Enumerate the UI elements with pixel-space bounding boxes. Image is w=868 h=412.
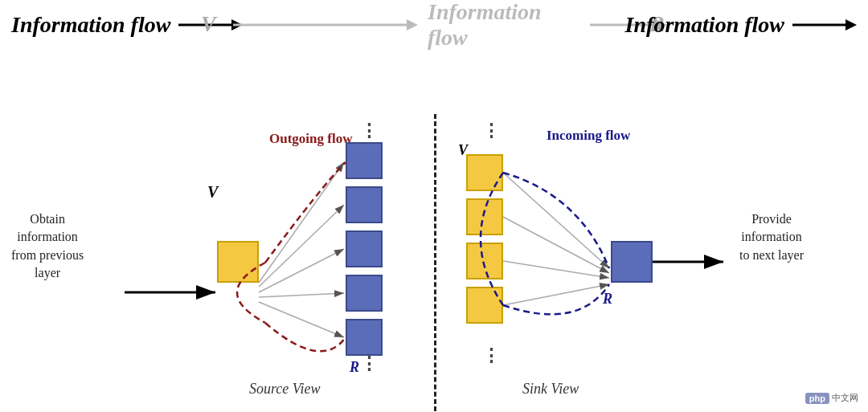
sink-view-label: Sink View [522, 381, 579, 398]
dots-above-source: ⋮ [360, 122, 378, 140]
v-sink-label: V [458, 142, 468, 159]
r-source-label: R [350, 359, 359, 376]
outgoing-label: Outgoing flow [269, 130, 352, 148]
right-arrow-icon [792, 19, 857, 31]
source-view-label: Source View [249, 381, 320, 398]
yellow-sq-3 [466, 243, 503, 279]
php-badge: php [805, 393, 829, 404]
php-logo: php 中文网 [805, 392, 858, 404]
svg-line-11 [503, 261, 609, 278]
svg-line-8 [259, 302, 344, 337]
yellow-sq-1 [466, 154, 503, 191]
blue-sq-4 [346, 275, 383, 312]
php-site: 中文网 [832, 392, 858, 404]
left-description: Obtain information from previous layer [11, 210, 84, 283]
svg-line-6 [259, 249, 344, 292]
yellow-sq-4 [466, 287, 503, 324]
svg-line-5 [259, 205, 344, 287]
diagram-area: Obtain information from previous layer P… [0, 50, 868, 412]
incoming-label: Incoming flow [547, 127, 630, 145]
blue-sq-2 [346, 186, 383, 223]
header-right-title: Information flow [625, 12, 784, 38]
svg-line-7 [259, 293, 344, 297]
header-center-title: Information flow [428, 0, 580, 51]
svg-line-4 [259, 162, 344, 283]
yellow-sq-2 [466, 198, 503, 235]
header-center: Information flow [233, 0, 667, 50]
divider [434, 114, 436, 411]
blue-sq-3 [346, 230, 383, 267]
r-sink-label: R [603, 291, 612, 308]
blue-sq-5 [346, 319, 383, 356]
svg-line-9 [503, 173, 609, 268]
right-description: Provide information to next layer [739, 210, 804, 264]
dots-below-sink: ⋮ [482, 347, 500, 365]
sink-node [611, 241, 653, 283]
blue-sq-1 [346, 142, 383, 179]
source-node [217, 241, 259, 283]
dots-below-source: ⋮ [360, 355, 378, 373]
svg-line-10 [503, 217, 609, 273]
center-left-arrow-icon [233, 19, 418, 31]
svg-line-12 [503, 284, 609, 305]
header-right: Information flow [625, 0, 857, 50]
v-label-header: V [201, 11, 216, 37]
v-source-label: V [207, 183, 218, 202]
header-left-title: Information flow [11, 12, 170, 38]
dots-above-sink: ⋮ [482, 122, 500, 140]
